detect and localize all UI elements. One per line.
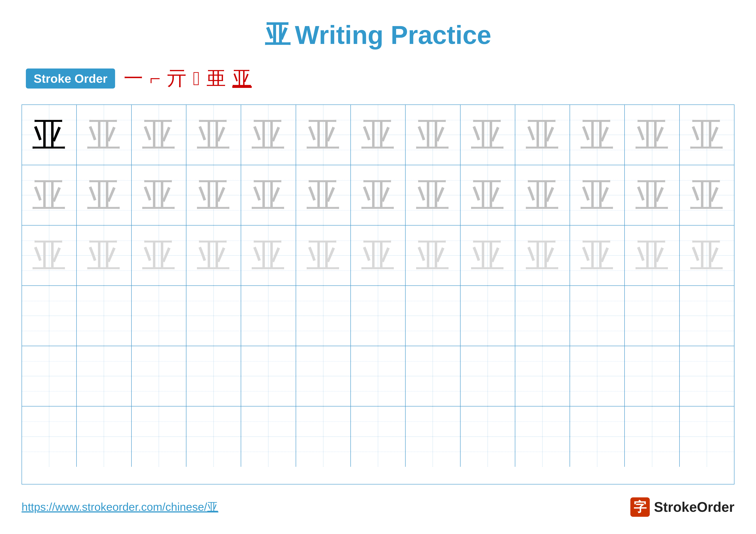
grid-cell-2-5: 亚 [241, 165, 296, 225]
char-guide: 亚 [142, 238, 176, 273]
char-guide: 亚 [251, 178, 285, 213]
grid-cell-4-7[interactable] [351, 286, 406, 346]
grid-cell-6-9[interactable] [461, 406, 515, 467]
char-guide: 亚 [361, 238, 395, 273]
grid-cell-4-3[interactable] [132, 286, 186, 346]
grid-cell-2-2: 亚 [77, 165, 131, 225]
title-text: Writing Practice [295, 20, 491, 50]
grid-cell-3-9: 亚 [461, 225, 515, 285]
grid-cell-4-6[interactable] [296, 286, 351, 346]
grid-cell-4-5[interactable] [241, 286, 296, 346]
char-guide: 亚 [416, 238, 450, 273]
grid-cell-6-8[interactable] [406, 406, 460, 467]
grid-cell-5-9[interactable] [461, 346, 515, 406]
grid-cell-6-3[interactable] [132, 406, 186, 467]
grid-cell-5-13[interactable] [680, 346, 734, 406]
stroke-steps: 一 ⌐ 亓 𠄠 亜 亚 [124, 65, 252, 91]
grid-cell-4-9[interactable] [461, 286, 515, 346]
grid-cell-3-11: 亚 [570, 225, 625, 285]
char-guide: 亚 [196, 117, 231, 152]
grid-cell-3-7: 亚 [351, 225, 406, 285]
grid-cell-5-6[interactable] [296, 346, 351, 406]
grid-cell-4-4[interactable] [186, 286, 241, 346]
grid-cell-6-10[interactable] [515, 406, 570, 467]
char-guide: 亚 [635, 178, 669, 213]
grid-cell-3-2: 亚 [77, 225, 131, 285]
stroke-step-6: 亚 [232, 65, 252, 91]
grid-cell-2-6: 亚 [296, 165, 351, 225]
grid-cell-6-4[interactable] [186, 406, 241, 467]
grid-cell-1-12: 亚 [625, 105, 680, 165]
grid-cell-4-12[interactable] [625, 286, 680, 346]
grid-cell-5-8[interactable] [406, 346, 460, 406]
grid-cell-5-2[interactable] [77, 346, 131, 406]
grid-cell-2-1: 亚 [22, 165, 77, 225]
grid-cell-2-10: 亚 [515, 165, 570, 225]
stroke-order-badge: Stroke Order [26, 68, 115, 89]
char-guide: 亚 [361, 178, 395, 213]
char-guide: 亚 [142, 117, 176, 152]
char-guide: 亚 [251, 238, 285, 273]
grid-cell-5-4[interactable] [186, 346, 241, 406]
grid-cell-3-4: 亚 [186, 225, 241, 285]
grid-cell-6-11[interactable] [570, 406, 625, 467]
stroke-step-4: 𠄠 [193, 67, 200, 89]
grid-cell-5-7[interactable] [351, 346, 406, 406]
char-guide: 亚 [306, 117, 340, 152]
grid-cell-1-7: 亚 [351, 105, 406, 165]
footer-logo: 字 StrokeOrder [630, 497, 735, 517]
grid-cell-2-8: 亚 [406, 165, 460, 225]
grid-cell-6-6[interactable] [296, 406, 351, 467]
stroke-step-5: 亜 [206, 65, 226, 91]
char-solid: 亚 [32, 117, 67, 152]
char-guide: 亚 [251, 117, 285, 152]
char-guide: 亚 [361, 117, 395, 152]
char-guide: 亚 [580, 238, 614, 273]
grid-cell-1-11: 亚 [570, 105, 625, 165]
grid-cell-5-3[interactable] [132, 346, 186, 406]
footer-url[interactable]: https://www.strokeorder.com/chinese/亚 [21, 499, 218, 515]
grid-row-4 [22, 286, 734, 346]
char-guide: 亚 [580, 117, 614, 152]
char-guide: 亚 [306, 238, 340, 273]
grid-cell-4-8[interactable] [406, 286, 460, 346]
grid-cell-5-11[interactable] [570, 346, 625, 406]
grid-row-6 [22, 406, 734, 467]
grid-cell-2-11: 亚 [570, 165, 625, 225]
char-guide: 亚 [525, 178, 560, 213]
grid-cell-5-5[interactable] [241, 346, 296, 406]
practice-grid: 亚 亚 亚 亚 亚 亚 亚 亚 亚 亚 亚 亚 亚 亚 亚 亚 亚 亚 亚 亚 … [21, 105, 735, 484]
grid-cell-3-10: 亚 [515, 225, 570, 285]
char-guide: 亚 [689, 117, 724, 152]
char-guide: 亚 [416, 117, 450, 152]
grid-cell-6-5[interactable] [241, 406, 296, 467]
grid-cell-4-2[interactable] [77, 286, 131, 346]
grid-cell-6-12[interactable] [625, 406, 680, 467]
char-guide: 亚 [196, 238, 231, 273]
grid-cell-4-11[interactable] [570, 286, 625, 346]
grid-cell-5-10[interactable] [515, 346, 570, 406]
char-guide: 亚 [525, 238, 560, 273]
grid-cell-1-5: 亚 [241, 105, 296, 165]
grid-cell-4-1[interactable] [22, 286, 77, 346]
grid-cell-5-1[interactable] [22, 346, 77, 406]
grid-cell-4-10[interactable] [515, 286, 570, 346]
char-guide: 亚 [635, 117, 669, 152]
grid-cell-1-13: 亚 [680, 105, 734, 165]
grid-cell-4-13[interactable] [680, 286, 734, 346]
footer: https://www.strokeorder.com/chinese/亚 字 … [21, 497, 735, 517]
char-guide: 亚 [32, 238, 67, 273]
grid-cell-1-3: 亚 [132, 105, 186, 165]
char-guide: 亚 [142, 178, 176, 213]
grid-cell-6-13[interactable] [680, 406, 734, 467]
char-guide: 亚 [635, 238, 669, 273]
stroke-step-3: 亓 [167, 65, 186, 91]
grid-cell-6-1[interactable] [22, 406, 77, 467]
grid-cell-6-7[interactable] [351, 406, 406, 467]
grid-cell-6-2[interactable] [77, 406, 131, 467]
grid-cell-1-10: 亚 [515, 105, 570, 165]
grid-cell-5-12[interactable] [625, 346, 680, 406]
title-char: 亚 [265, 17, 290, 52]
grid-cell-1-1: 亚 [22, 105, 77, 165]
logo-text: StrokeOrder [654, 499, 735, 515]
